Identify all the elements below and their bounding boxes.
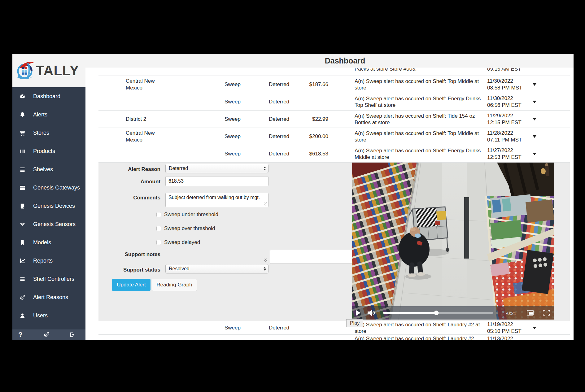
settings-button[interactable] (43, 331, 50, 338)
shelf-rows-icon (19, 166, 26, 173)
logout-button[interactable] (69, 331, 76, 338)
alert-amount: $22.99 (299, 116, 339, 122)
table-row[interactable]: District 2 Sweep Deterred $22.99 A(n) Sw… (98, 111, 570, 128)
alert-reason-value: Deterred (169, 166, 188, 171)
video-player[interactable]: -0:21 (352, 163, 554, 320)
sweep-delayed-row: Sweep delayed (156, 239, 200, 246)
alert-date: 11/27/202212:53 PM EST (487, 147, 528, 161)
alert-reason: Deterred (259, 81, 299, 88)
alert-date: 11/30/202208:58 PM MST (487, 78, 528, 91)
alert-date: 11/28/202207:11 PM MST (487, 130, 528, 143)
main-content: Packs at store Store #003. 09:15 AM EST … (85, 68, 574, 340)
reading-graph-button[interactable]: Reading Graph (152, 279, 197, 291)
brand-logo-area: TALLY (12, 54, 85, 87)
alert-reason-select[interactable]: Deterred (165, 164, 268, 173)
alert-date: 09:15 AM EST (487, 68, 528, 72)
sidebar-item-reports[interactable]: Reports (12, 252, 85, 270)
cart-icon (19, 130, 26, 136)
sidebar-item-users[interactable]: Users (12, 307, 85, 325)
checkbox-label: Sweep under threshold (164, 211, 218, 218)
sidebar-footer: ? (12, 329, 85, 340)
alert-reason: Deterred (259, 151, 299, 157)
sidebar-item-products[interactable]: Products (12, 142, 85, 160)
sweep-over-threshold-row: Sweep over threshold (156, 225, 215, 232)
row-expand-caret[interactable] (533, 83, 536, 86)
checkbox-label: Sweep over threshold (164, 225, 215, 232)
alert-amount: $618.53 (299, 151, 339, 157)
comments-label: Comments (98, 195, 160, 201)
alert-description: A(n) Sweep alert has occured on Shelf: L… (355, 335, 485, 340)
sidebar-item-label: Genesis Sensors (33, 221, 76, 228)
resize-grip-icon[interactable] (264, 202, 267, 206)
top-header: Dashboard (85, 54, 574, 68)
select-stepper-icon (264, 267, 266, 271)
table-row[interactable]: Sweep Deterred A(n) Sweep alert has occu… (98, 321, 570, 335)
sidebar-item-stores[interactable]: Stores (12, 124, 85, 142)
sidebar-item-label: Reports (33, 258, 53, 264)
alert-type: Sweep (206, 133, 259, 140)
progress-thumb[interactable] (434, 311, 439, 315)
amount-label: Amount (98, 179, 160, 185)
sidebar-item-dashboard[interactable]: Dashboard (12, 87, 85, 106)
video-controls: -0:21 (352, 306, 554, 320)
alert-date: 11/30/202206:56 PM EST (487, 95, 528, 109)
alert-description: A(n) Sweep alert has occured on Shelf: E… (355, 147, 485, 160)
desktop-letterbox: { "brand": { "name": "TALLY" }, "header"… (0, 0, 585, 392)
amount-field[interactable] (165, 176, 268, 186)
table-row[interactable]: Sweep Deterred $618.53 A(n) Sweep alert … (98, 145, 570, 163)
gears-icon (19, 294, 26, 301)
table-row[interactable]: A(n) Sweep alert has occured on Shelf: L… (98, 335, 570, 340)
help-icon: ? (18, 331, 22, 339)
alert-description: A(n) Sweep alert has occured on Shelf: E… (355, 95, 485, 108)
sidebar-item-alert-reasons[interactable]: Alert Reasons (12, 288, 85, 307)
resize-grip-icon[interactable] (264, 259, 267, 262)
sidebar-item-models[interactable]: Models (12, 233, 85, 252)
alert-region: Central New Mexico (126, 78, 157, 91)
sidebar-item-shelf-controllers[interactable]: Shelf Controllers (12, 270, 85, 288)
sidebar-item-label: Dashboard (33, 93, 60, 100)
alert-date: 11/29/202212:15 PM EST (487, 112, 528, 126)
chart-line-icon (19, 258, 26, 264)
alert-description: A(n) Sweep alert has occured on Shelf: T… (355, 113, 485, 126)
row-expand-caret[interactable] (533, 101, 536, 103)
sweep-delayed-checkbox[interactable] (156, 240, 161, 245)
row-expand-caret[interactable] (533, 118, 536, 120)
table-row[interactable]: Central New Mexico Sweep Deterred $200.0… (98, 128, 570, 145)
table-row[interactable]: Sweep Deterred A(n) Sweep alert has occu… (98, 93, 570, 111)
sweep-under-threshold-checkbox[interactable] (156, 212, 161, 217)
sweep-over-threshold-checkbox[interactable] (156, 226, 161, 231)
alert-type: Sweep (206, 99, 259, 105)
surveillance-scene: -0:21 (352, 163, 554, 320)
sidebar-item-label: Shelf Controllers (33, 276, 74, 282)
update-alert-button[interactable]: Update Alert (112, 279, 151, 291)
sidebar-item-genesis-devices[interactable]: Genesis Devices (12, 197, 85, 215)
alert-date: 11/19/202205:10 PM EST (487, 321, 528, 335)
comments-field[interactable]: Subject deterred from walking out by mgt… (165, 193, 268, 207)
row-expand-caret[interactable] (533, 153, 536, 155)
alert-date: 11/13/2022 (487, 335, 528, 340)
alert-reason-label: Alert Reason (98, 166, 160, 172)
sidebar-item-shelves[interactable]: Shelves (12, 160, 85, 179)
alert-reason: Deterred (259, 99, 299, 105)
table-row[interactable]: Packs at store Store #003. 09:15 AM EST (98, 68, 570, 76)
support-status-select[interactable]: Resolved (165, 264, 268, 273)
progress-played (383, 312, 436, 314)
sweep-under-threshold-row: Sweep under threshold (156, 211, 218, 218)
bell-icon (19, 111, 26, 118)
alert-region: District 2 (126, 116, 157, 123)
sidebar-item-label: Products (33, 148, 55, 155)
sidebar-item-genesis-gateways[interactable]: Genesis Gateways (12, 179, 85, 197)
wifi-icon (19, 221, 26, 228)
alert-reason: Deterred (259, 325, 299, 331)
dashboard-gauge-icon (19, 93, 26, 100)
select-stepper-icon (264, 167, 266, 170)
row-expand-caret[interactable] (533, 135, 536, 138)
barcode-icon (19, 148, 26, 155)
help-button[interactable]: ? (17, 331, 24, 338)
user-icon (19, 312, 26, 319)
sidebar-item-genesis-sensors[interactable]: Genesis Sensors (12, 215, 85, 233)
table-row[interactable]: Central New Mexico Sweep Deterred $187.6… (98, 76, 570, 93)
sidebar-item-alerts[interactable]: Alerts (12, 106, 85, 124)
row-expand-caret[interactable] (533, 327, 536, 329)
support-status-label: Support status (98, 267, 160, 273)
